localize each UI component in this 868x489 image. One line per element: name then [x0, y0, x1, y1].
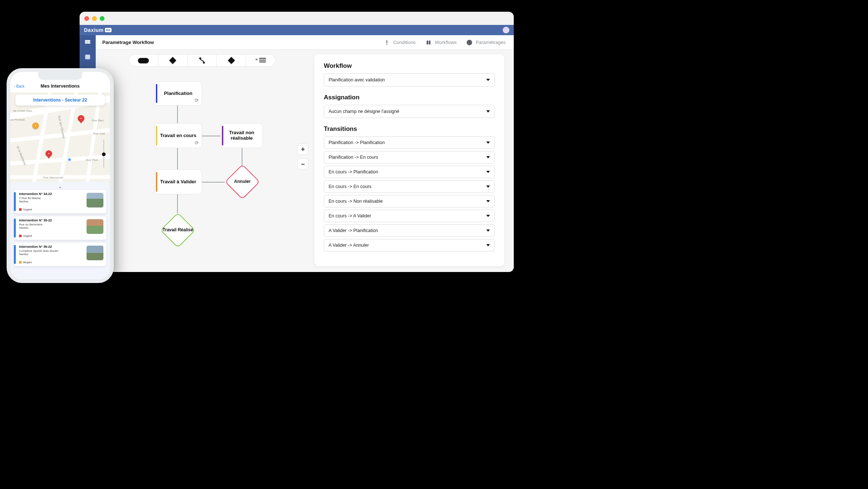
transition-item[interactable]: En cours -> A Valider [324, 210, 495, 222]
street-label: Rue Marmontel [43, 176, 63, 179]
transition-item[interactable]: A Valider -> Annuler [324, 239, 495, 251]
node-label: Travail non réalisable [224, 130, 260, 141]
card-priority-label: Urgent [23, 234, 32, 238]
card-priority-label: Urgent [23, 208, 32, 211]
workflow-canvas[interactable]: “ Planification ⟳ Travail en cours ⟳ [96, 50, 514, 272]
transition-label: En cours -> A Valider [329, 213, 371, 218]
node-travail-en-cours[interactable]: Travail en cours ⟳ [154, 123, 202, 148]
transitions-heading: Transitions [324, 125, 495, 133]
connector [202, 182, 225, 183]
sheet-handle-icon[interactable]: ⌄ [58, 184, 62, 189]
intervention-card[interactable]: Intervention N° 34-22 2 Rue Bd Balzac Na… [14, 190, 106, 213]
street-label: Rue Barc [92, 119, 104, 122]
calendar-icon[interactable] [84, 54, 91, 60]
phone-header: ‹Back Mes Interventions [10, 80, 110, 92]
node-label: Planification [164, 91, 192, 96]
bottom-sheet[interactable]: ⌄ Intervention N° 34-22 2 Rue Bd Balzac … [10, 182, 110, 279]
chevron-down-icon [486, 156, 490, 158]
transition-label: A Valider -> Planification [329, 228, 378, 233]
svg-rect-0 [85, 40, 87, 42]
node-travail-a-valider[interactable]: Travail à Valider [154, 169, 202, 194]
workflow-heading: Workflow [324, 62, 495, 70]
tool-rect[interactable] [129, 55, 158, 66]
properties-panel: Workflow Planification avec validation A… [314, 54, 504, 266]
intervention-card[interactable]: Intervention N° 35-22 Rue du Belvédère N… [14, 216, 106, 240]
fullscreen-dot-icon[interactable] [100, 16, 105, 21]
shape-toolbar: “ [129, 54, 275, 67]
priority-color-icon [19, 261, 22, 264]
map-zoom-knob[interactable] [102, 152, 106, 156]
grid-icon[interactable] [84, 39, 91, 45]
intervention-card[interactable]: Intervention N° 36-22 Complexe Sportif J… [14, 243, 106, 266]
tab-parametrages-label: Paramétrages [476, 40, 506, 45]
transition-item[interactable]: A Valider -> Planification [324, 224, 495, 237]
section-pill[interactable]: Interventions - Secteur 22 [15, 95, 105, 106]
node-travail-realise[interactable]: Travail Réalisé [160, 213, 195, 248]
phone-map[interactable]: de l'Hôtel Dieu ue Perrault Rue Barc Rue… [10, 92, 110, 188]
transition-label: Planification -> Planification [329, 140, 385, 145]
chevron-down-icon [486, 200, 490, 202]
close-dot-icon[interactable] [84, 16, 89, 21]
zoom-out-button[interactable]: – [297, 158, 308, 169]
page-title: Paramètrage Workflow [96, 40, 161, 45]
tab-workflows[interactable]: Workflows [425, 39, 457, 46]
transition-item[interactable]: Planification -> En cours [324, 151, 495, 163]
connector [177, 148, 178, 169]
node-travail-non-realisable[interactable]: Travail non réalisable [220, 123, 263, 148]
minimize-dot-icon[interactable] [92, 16, 97, 21]
card-title: Intervention N° 34-22 [19, 192, 52, 196]
map-pin-icon[interactable]: • [78, 115, 84, 122]
assignation-select-value: Aucun champ ne désigne l'assigné [329, 109, 399, 114]
tool-diamond-2[interactable] [216, 55, 246, 66]
tool-connector[interactable] [187, 55, 217, 66]
tab-conditions-label: Conditions [393, 40, 415, 45]
svg-rect-1 [87, 40, 89, 42]
card-address: Complexe Sportif Jean Moulin Nantes [19, 249, 58, 256]
workflow-select[interactable]: Planification avec validation [324, 73, 495, 87]
card-title: Intervention N° 36-22 [19, 245, 52, 249]
tab-parametrages[interactable]: Paramétrages [466, 39, 506, 46]
street-label: Rue Pere [86, 158, 98, 162]
top-nav: Paramètrage Workflow Conditions Workflow… [96, 35, 514, 50]
chevron-down-icon [486, 141, 490, 144]
chevron-down-icon [486, 110, 490, 113]
chevron-down-icon [486, 215, 490, 217]
transition-label: Planification -> En cours [329, 155, 378, 160]
transition-label: En cours -> En cours [329, 184, 371, 189]
traffic-lights[interactable] [84, 16, 105, 21]
card-thumbnail [87, 219, 103, 234]
phone-mockup: de l'Hôtel Dieu ue Perrault Rue Barc Rue… [7, 68, 114, 283]
brand-badge: Air [105, 28, 112, 32]
map-pin-icon[interactable]: • [45, 150, 52, 157]
transition-label: En cours -> Non réalisable [329, 199, 383, 204]
chevron-down-icon [486, 185, 490, 188]
tool-list[interactable]: “ [246, 55, 275, 66]
transition-item[interactable]: Planification -> Planification [324, 136, 495, 149]
card-priority: Urgent [19, 208, 32, 211]
node-label: Travail à Valider [160, 179, 196, 185]
transition-item[interactable]: En cours -> En cours [324, 180, 495, 193]
mac-titlebar [80, 12, 514, 25]
card-thumbnail [87, 246, 103, 260]
connector [177, 194, 178, 213]
node-planification[interactable]: Planification ⟳ [154, 81, 202, 106]
transition-item[interactable]: En cours -> Planification [324, 166, 495, 178]
node-annuler[interactable]: Annuler [225, 164, 260, 199]
tool-diamond[interactable] [158, 55, 187, 66]
user-avatar[interactable] [503, 27, 509, 33]
transition-label: A Valider -> Annuler [329, 243, 369, 248]
svg-rect-10 [426, 40, 428, 44]
app-window: Daxium Air Paramètrage Workflow Conditio… [80, 12, 514, 272]
map-pin-icon[interactable]: • [32, 122, 39, 129]
nav-tabs: Conditions Workflows Paramétrages [384, 39, 514, 46]
assignation-select[interactable]: Aucun champ ne désigne l'assigné [324, 105, 495, 118]
refresh-icon: ⟳ [195, 140, 199, 146]
chevron-down-icon [486, 244, 490, 246]
zoom-in-button[interactable]: + [297, 144, 308, 155]
transition-item[interactable]: En cours -> Non réalisable [324, 195, 495, 207]
svg-rect-11 [429, 40, 430, 44]
card-address: 2 Rue Bd Balzac Nantes [19, 196, 41, 203]
columns-icon [425, 39, 432, 46]
card-accent [14, 192, 16, 211]
tab-conditions[interactable]: Conditions [384, 39, 415, 46]
